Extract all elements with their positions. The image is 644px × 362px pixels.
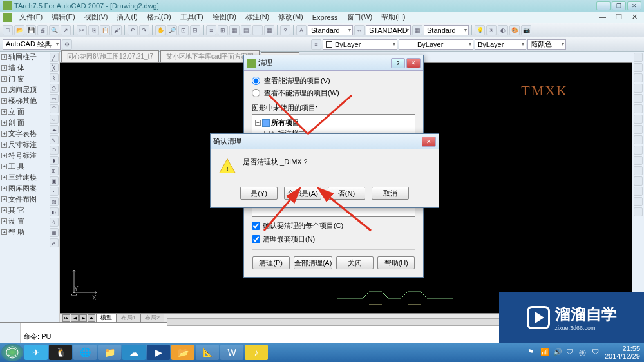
mtext-icon[interactable]: A xyxy=(50,238,59,247)
panel-item-stair[interactable]: +楼梯其他 xyxy=(0,95,48,106)
rotate-icon[interactable] xyxy=(634,115,643,124)
yes-button[interactable]: 是(Y) xyxy=(240,187,278,200)
panel-item-library[interactable]: +图库图案 xyxy=(0,183,48,194)
panel-item-elevation[interactable]: +立 面 xyxy=(0,106,48,117)
menu-file[interactable]: 文件(F) xyxy=(15,12,46,23)
radio-viewable[interactable]: 查看能清理的项目(V) xyxy=(252,76,415,86)
check-confirm-each[interactable]: 确认要清理的每个项目(C) xyxy=(252,221,415,231)
linetype-combo[interactable]: ByLayer xyxy=(399,39,473,50)
no-button[interactable]: 否(N) xyxy=(328,187,365,200)
menu-dimension[interactable]: 标注(N) xyxy=(242,12,273,23)
calc-icon[interactable]: ▦ xyxy=(264,25,274,35)
menu-help[interactable]: 帮助(H) xyxy=(377,12,409,23)
dimstyle-icon[interactable]: ↔ xyxy=(354,25,365,35)
ellipse-icon[interactable]: ⬭ xyxy=(50,146,59,155)
minimize-button[interactable]: — xyxy=(596,1,611,10)
sheet-icon[interactable]: ▤ xyxy=(241,25,251,35)
purge-dialog-titlebar[interactable]: 清理 ? ✕ xyxy=(244,55,423,71)
model-tab[interactable]: 模型 xyxy=(96,313,117,323)
layer-combo[interactable]: ByLayer xyxy=(323,39,397,50)
markup-icon[interactable]: ☰ xyxy=(252,25,263,35)
pan-icon[interactable]: ✋ xyxy=(155,25,166,35)
tab-prev-icon[interactable]: ◀ xyxy=(71,314,79,322)
taskbar-app-1[interactable]: ✈ xyxy=(24,345,48,360)
region-icon[interactable]: ◊ xyxy=(50,218,59,227)
print-icon[interactable]: 🖨 xyxy=(37,25,48,35)
menu-format[interactable]: 格式(O) xyxy=(143,12,175,23)
textstyle-icon[interactable]: A xyxy=(296,25,307,35)
chamfer-icon[interactable] xyxy=(634,187,643,196)
tablestyle-icon[interactable]: ▦ xyxy=(412,25,422,35)
properties-icon[interactable]: ≡ xyxy=(206,25,216,35)
layout1-tab[interactable]: 布局1 xyxy=(117,313,140,323)
zoom-window-icon[interactable]: ⊡ xyxy=(178,25,189,35)
taskbar-app-word[interactable]: W xyxy=(220,345,243,360)
cut-icon[interactable]: ✂ xyxy=(77,25,87,35)
point-icon[interactable]: · xyxy=(50,187,59,196)
panel-item-dim[interactable]: +尺寸标注 xyxy=(0,139,48,150)
array-icon[interactable] xyxy=(634,94,643,103)
insert-icon[interactable]: ⊞ xyxy=(50,166,59,175)
panel-item-settings[interactable]: +设 置 xyxy=(0,216,48,227)
menu-express[interactable]: Express xyxy=(308,13,342,22)
join-icon[interactable] xyxy=(634,176,643,186)
tree-root[interactable]: −所有项目 xyxy=(255,117,412,128)
panel-item-text[interactable]: +文字表格 xyxy=(0,128,48,139)
panel-item-layout[interactable]: +文件布图 xyxy=(0,194,48,205)
panel-item-symbol[interactable]: +符号标注 xyxy=(0,150,48,161)
taskbar-app-video[interactable]: ▶ xyxy=(147,345,170,360)
cancel-button[interactable]: 取消 xyxy=(372,187,409,200)
stretch-icon[interactable] xyxy=(634,135,643,144)
panel-item-section[interactable]: +剖 面 xyxy=(0,117,48,128)
help-icon[interactable]: ? xyxy=(280,25,290,35)
redo-icon[interactable]: ↷ xyxy=(139,25,149,35)
panel-item-tools[interactable]: +工 具 xyxy=(0,161,48,172)
dimstyle-combo[interactable]: STANDARD xyxy=(366,25,411,35)
zoom-prev-icon[interactable]: ⊟ xyxy=(190,25,200,35)
revcloud-icon[interactable]: ☁ xyxy=(50,125,59,134)
tray-antivirus-icon[interactable]: 🛡 xyxy=(592,348,601,357)
panel-item-other[interactable]: +其 它 xyxy=(0,205,48,216)
doc-tab-1[interactable]: 同心花园6#施工图12.07.21_t7 xyxy=(61,50,159,62)
tab-last-icon[interactable]: ⏭ xyxy=(88,314,95,322)
taskbar-app-music[interactable]: ♪ xyxy=(245,345,268,360)
textstyle-combo[interactable]: Standard xyxy=(308,25,353,35)
tray-flag-icon[interactable]: ⚑ xyxy=(527,348,536,357)
panel-item-door[interactable]: +门 窗 xyxy=(0,73,48,84)
rect-icon[interactable]: ▭ xyxy=(50,94,59,103)
preview-icon[interactable]: 🔍 xyxy=(49,25,59,35)
menu-modify[interactable]: 修改(M) xyxy=(274,12,307,23)
taskbar-app-folder[interactable]: 📂 xyxy=(171,345,194,360)
move-icon[interactable] xyxy=(634,104,643,113)
tab-next-icon[interactable]: ▶ xyxy=(79,314,87,322)
panel-item-room[interactable]: +房间屋顶 xyxy=(0,84,48,95)
taskbar-app-cloud[interactable]: ☁ xyxy=(122,345,146,360)
purge-close-button[interactable]: ✕ xyxy=(406,58,421,68)
purge-help-button[interactable]: ? xyxy=(391,58,405,68)
scale-icon[interactable] xyxy=(634,125,643,134)
panel-item-axis[interactable]: +轴网柱子 xyxy=(0,52,48,62)
xline-icon[interactable]: ╳ xyxy=(50,63,59,72)
confirm-close-button[interactable]: ✕ xyxy=(422,137,436,147)
purge-button[interactable]: 清理(P) xyxy=(252,256,290,269)
circle-icon[interactable]: ○ xyxy=(50,115,59,124)
menu-edit[interactable]: 编辑(E) xyxy=(48,12,79,23)
tablestyle-combo[interactable]: Standard xyxy=(424,25,469,35)
layout2-tab[interactable]: 布局2 xyxy=(140,313,164,323)
workspace-settings-icon[interactable]: ⚙ xyxy=(62,39,72,50)
ellipsearc-icon[interactable]: ◗ xyxy=(50,156,59,165)
doc-close-button[interactable]: ✕ xyxy=(628,12,641,21)
zoom-icon[interactable]: 🔎 xyxy=(167,25,177,35)
menu-view[interactable]: 视图(V) xyxy=(80,12,112,23)
check-nested[interactable]: 清理嵌套项目(N) xyxy=(252,234,415,244)
publish-icon[interactable]: ↗ xyxy=(61,25,71,35)
tray-date[interactable]: 2014/12/29 xyxy=(605,352,640,360)
start-button[interactable] xyxy=(1,344,23,361)
workspace-combo[interactable]: AutoCAD 经典 xyxy=(3,39,61,50)
panel-item-help[interactable]: +帮 助 xyxy=(0,227,48,238)
new-icon[interactable]: □ xyxy=(3,25,13,35)
toolpalette-icon[interactable]: ▦ xyxy=(229,25,240,35)
material-icon[interactable]: ◐ xyxy=(498,25,508,35)
taskbar-app-browser[interactable]: 🌐 xyxy=(73,345,97,360)
doc-minimize-button[interactable]: — xyxy=(595,12,610,21)
